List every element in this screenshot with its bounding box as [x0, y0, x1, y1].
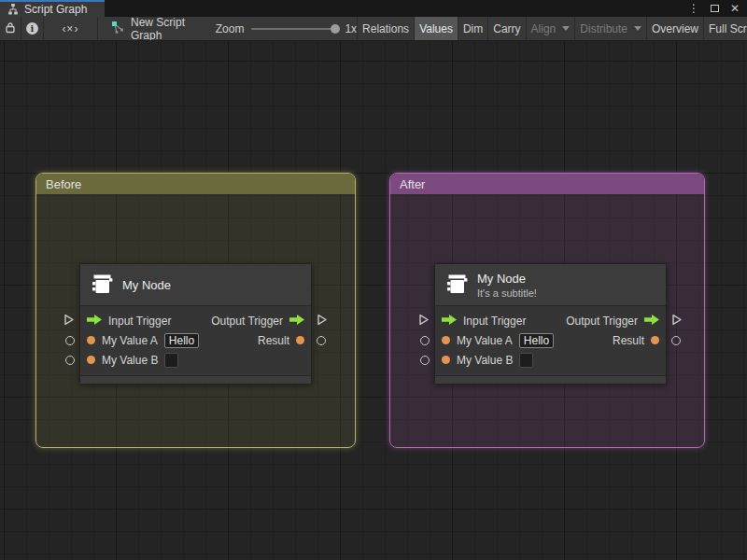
input-trigger-port-icon[interactable] [442, 315, 457, 328]
info-button[interactable]: i [21, 17, 43, 40]
port-row-value-a: My Value A Hello Result [435, 330, 666, 350]
value-b-port-icon[interactable] [442, 356, 450, 364]
external-output-trigger-port[interactable] [317, 314, 328, 329]
graph-hierarchy-icon [7, 4, 19, 15]
value-a-input[interactable]: Hello [519, 333, 554, 348]
port-row-trigger: Input Trigger Output Trigger [80, 311, 311, 330]
toolbar-separator [97, 17, 98, 40]
port-row-value-b: My Value B [80, 350, 311, 370]
group-after-header[interactable]: After [390, 174, 704, 194]
external-result-port[interactable] [317, 336, 326, 345]
dim-label: Dim [463, 22, 483, 35]
value-b-input[interactable] [519, 353, 533, 368]
fullscreen-label: Full Screen [709, 22, 747, 35]
unit-icon [90, 272, 114, 299]
code-icon: ‹×› [62, 22, 78, 35]
external-value-a-port[interactable] [420, 336, 430, 345]
code-view-button[interactable]: ‹×› [44, 17, 98, 40]
relations-button[interactable]: Relations [358, 17, 415, 40]
node-header[interactable]: My Node It's a subtitle! [435, 264, 666, 306]
zoom-slider-handle[interactable] [331, 24, 340, 34]
external-value-b-port[interactable] [420, 356, 430, 365]
output-trigger-label: Output Trigger [211, 315, 283, 328]
input-trigger-label: Input Trigger [108, 315, 171, 328]
output-trigger-label: Output Trigger [566, 315, 638, 328]
value-b-label: My Value B [457, 354, 513, 367]
lock-icon [5, 21, 16, 36]
script-graph-window: Script Graph ⋮ ✕ i ‹×› [0, 0, 747, 560]
zoom-slider[interactable] [251, 28, 337, 30]
toolbar-right-buttons: Relations Values Dim Carry Align Distrib… [357, 17, 747, 40]
node-header[interactable]: My Node [80, 264, 311, 306]
input-trigger-port-icon[interactable] [87, 315, 102, 328]
new-script-graph-button[interactable]: New Script Graph [106, 17, 203, 40]
node-body: Input Trigger Output Trigger My Valu [80, 306, 311, 375]
result-label: Result [613, 334, 644, 347]
toolbar: i ‹×› New Script Graph Zoom 1x [0, 17, 747, 41]
carry-button[interactable]: Carry [488, 17, 526, 40]
node-title: My Node [477, 272, 537, 286]
carry-label: Carry [493, 22, 520, 35]
maximize-box [711, 5, 719, 12]
value-b-input[interactable] [164, 353, 178, 368]
graph-canvas[interactable]: Before After [0, 41, 747, 560]
group-after-title: After [400, 177, 425, 191]
value-b-label: My Value B [102, 354, 158, 367]
external-input-trigger-port[interactable] [418, 314, 430, 329]
external-result-port[interactable] [671, 336, 681, 345]
tab-label: Script Graph [24, 3, 87, 16]
zoom-control: Zoom 1x [216, 17, 357, 40]
input-trigger-label: Input Trigger [463, 315, 526, 328]
relations-label: Relations [362, 22, 409, 35]
port-row-value-b: My Value B [435, 350, 666, 370]
values-label: Values [419, 22, 453, 35]
close-icon[interactable]: ✕ [728, 2, 741, 15]
value-a-port-icon[interactable] [87, 336, 95, 344]
script-graph-asset-icon [111, 21, 124, 36]
window-controls: ⋮ ✕ [687, 0, 747, 17]
overview-button[interactable]: Overview [647, 17, 704, 40]
node-footer [435, 375, 666, 384]
node-title: My Node [122, 278, 171, 292]
external-input-trigger-port[interactable] [63, 314, 75, 329]
value-a-label: My Value A [457, 334, 513, 347]
node-subtitle: It's a subtitle! [477, 287, 537, 299]
new-script-graph-label: New Script Graph [131, 17, 197, 41]
node-before-wrapper: My Node Input Trigger Output Trigger [79, 263, 312, 384]
lock-button[interactable] [0, 17, 21, 40]
result-port-icon[interactable] [651, 336, 659, 344]
align-dropdown[interactable]: Align [527, 17, 576, 40]
unit-icon [444, 272, 469, 299]
zoom-value: 1x [345, 22, 357, 35]
external-output-trigger-port[interactable] [671, 314, 683, 329]
more-menu-icon[interactable]: ⋮ [687, 2, 700, 15]
node-body: Input Trigger Output Trigger My Valu [435, 306, 666, 375]
group-before-header[interactable]: Before [36, 174, 355, 194]
node-my-node-before[interactable]: My Node Input Trigger Output Trigger [79, 263, 312, 384]
value-b-port-icon[interactable] [87, 356, 95, 364]
fullscreen-button[interactable]: Full Screen [704, 17, 747, 40]
output-trigger-port-icon[interactable] [644, 315, 659, 328]
overview-label: Overview [652, 22, 698, 35]
dim-button[interactable]: Dim [458, 17, 488, 40]
distribute-dropdown[interactable]: Distribute [575, 17, 647, 40]
external-value-b-port[interactable] [65, 356, 75, 365]
value-a-port-icon[interactable] [442, 336, 450, 344]
node-my-node-after[interactable]: My Node It's a subtitle! Input Trigger [434, 263, 667, 384]
group-before-title: Before [46, 177, 81, 191]
values-button[interactable]: Values [415, 17, 458, 40]
result-label: Result [258, 334, 289, 347]
output-trigger-port-icon[interactable] [289, 315, 304, 328]
value-a-input[interactable]: Hello [164, 333, 199, 348]
tab-script-graph[interactable]: Script Graph [0, 0, 105, 17]
external-value-a-port[interactable] [65, 336, 75, 345]
maximize-icon[interactable] [708, 2, 721, 15]
titlebar: Script Graph ⋮ ✕ [0, 0, 747, 17]
chevron-down-icon [634, 26, 641, 31]
node-after-wrapper: My Node It's a subtitle! Input Trigger [434, 263, 667, 384]
info-icon: i [26, 22, 38, 35]
result-port-icon[interactable] [296, 336, 304, 344]
align-label: Align [531, 22, 557, 35]
value-a-label: My Value A [102, 334, 158, 347]
distribute-label: Distribute [580, 22, 627, 35]
